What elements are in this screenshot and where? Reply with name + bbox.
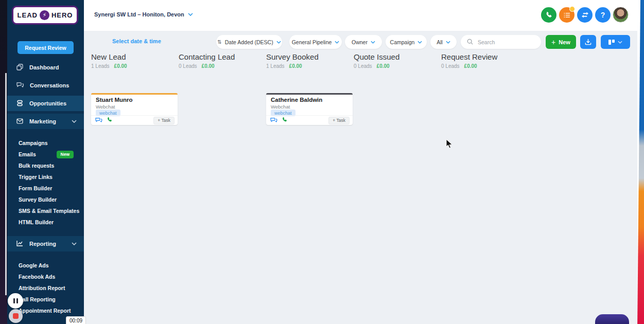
subitem-label: Bulk requests — [19, 163, 54, 169]
subitem-label: Form Builder — [19, 185, 52, 191]
pipeline-dropdown[interactable]: General Pipeline — [289, 35, 342, 49]
column-lead-count: 0 Leads — [441, 63, 460, 69]
user-avatar[interactable] — [613, 7, 629, 23]
column-lead-count: 0 Leads — [354, 63, 372, 69]
search-box — [461, 35, 541, 49]
chat-widget-button[interactable] — [595, 314, 629, 324]
new-badge: New — [57, 151, 74, 158]
question-mark-icon: ? — [601, 11, 605, 19]
board-view-dropdown[interactable] — [601, 35, 630, 49]
plus-icon: + — [551, 39, 555, 46]
sidebar-item-google-ads[interactable]: Google Ads — [7, 260, 84, 271]
download-icon — [585, 39, 591, 45]
recording-stop-button[interactable] — [9, 309, 23, 323]
marketing-icon — [16, 118, 23, 125]
sidebar-item-bulk-requests[interactable]: Bulk requests — [7, 160, 84, 171]
sidebar-item-label: Dashboard — [29, 64, 59, 70]
sidebar-item-campaigns[interactable]: Campaigns — [7, 137, 84, 149]
chat-icon[interactable] — [270, 116, 277, 125]
transfer-button[interactable] — [577, 7, 593, 23]
column-title: Request Review — [441, 52, 528, 61]
sidebar-item-emails[interactable]: Emails New — [7, 149, 84, 160]
pipeline-column-new-lead: New Lead 1 Leads£0.00 Stuart Munro Webch… — [91, 52, 178, 69]
topbar: Synergi SW Ltd – Honiton, Devon ? — [84, 0, 637, 31]
search-input[interactable] — [477, 39, 535, 46]
sidebar: LEAD ⚡ HERO Request Review Dashboard Con… — [7, 0, 84, 324]
sidebar-item-conversations[interactable]: Conversations — [7, 78, 84, 93]
column-value: £0.00 — [377, 63, 390, 69]
owner-label: Owner — [352, 39, 368, 45]
sidebar-item-trigger-links[interactable]: Trigger Links — [7, 171, 84, 183]
column-title: Quote Issued — [354, 52, 440, 61]
sidebar-item-form-builder[interactable]: Form Builder — [7, 183, 84, 194]
dashboard-icon — [16, 64, 23, 71]
content-area: Select date & time ⇅ Date Added (DESC) G… — [84, 31, 637, 324]
sidebar-item-facebook-ads[interactable]: Facebook Ads — [7, 271, 84, 282]
sidebar-item-opportunities[interactable]: Opportunities — [7, 96, 84, 111]
subitem-label: Google Ads — [19, 262, 49, 268]
sidebar-item-marketing[interactable]: Marketing — [7, 114, 84, 129]
chevron-down-icon — [72, 242, 77, 245]
lightning-bolt-icon: ⚡ — [40, 10, 49, 20]
owner-dropdown[interactable]: Owner — [345, 35, 382, 49]
notification-dot — [569, 6, 575, 12]
subitem-label: HTML Builder — [19, 219, 54, 225]
sidebar-item-sms-email-templates[interactable]: SMS & Email Templates — [7, 205, 84, 217]
card-accent-bar — [91, 93, 178, 95]
status-dropdown[interactable]: All — [430, 35, 457, 49]
column-title: New Lead — [91, 52, 178, 61]
pipeline-column-contacting-lead: Contacting Lead 0 Leads£0.00 — [179, 52, 265, 69]
leadhero-logo: LEAD ⚡ HERO — [12, 6, 78, 25]
subitem-label: Call Reporting — [19, 296, 56, 302]
sidebar-item-html-builder[interactable]: HTML Builder — [7, 217, 84, 228]
sort-dropdown[interactable]: ⇅ Date Added (DESC) — [216, 35, 282, 49]
chevron-down-icon — [188, 13, 193, 16]
select-date-time-link[interactable]: Select date & time — [112, 38, 161, 44]
sidebar-item-label: Reporting — [29, 241, 56, 247]
add-task-button[interactable]: + Task — [328, 117, 350, 124]
phone-button[interactable] — [541, 7, 556, 23]
campaign-dropdown[interactable]: Campaign — [386, 35, 427, 49]
recording-pause-button[interactable] — [8, 293, 23, 309]
subitem-label: Emails — [19, 151, 36, 157]
app-window: LEAD ⚡ HERO Request Review Dashboard Con… — [7, 0, 637, 324]
opportunity-card-catherine-baldwin[interactable]: Catherine Baldwin Webchat webchat + Task — [266, 93, 353, 125]
opportunity-card-stuart-munro[interactable]: Stuart Munro Webchat webchat + Task — [91, 93, 178, 125]
card-contact-name: Catherine Baldwin — [271, 97, 322, 103]
sidebar-item-attribution-report[interactable]: Attribution Report — [7, 282, 84, 294]
chevron-down-icon — [417, 41, 422, 44]
opportunities-icon — [16, 100, 23, 107]
column-lead-count: 0 Leads — [179, 63, 197, 69]
call-icon[interactable] — [107, 116, 113, 125]
window-edge-line — [5, 73, 7, 295]
chat-icon[interactable] — [95, 116, 102, 125]
new-opportunity-button[interactable]: + New — [546, 35, 576, 49]
sidebar-item-dashboard[interactable]: Dashboard — [7, 60, 84, 75]
sidebar-item-reporting[interactable]: Reporting — [7, 236, 84, 251]
company-name: Synergi SW Ltd – Honiton, Devon — [94, 11, 184, 17]
request-review-button[interactable]: Request Review — [18, 41, 74, 54]
column-lead-count: 1 Leads — [91, 63, 110, 69]
kanban-board-icon — [608, 40, 615, 45]
column-value: £0.00 — [289, 63, 302, 69]
search-icon — [467, 38, 473, 47]
pipeline-column-quote-issued: Quote Issued 0 Leads£0.00 — [354, 52, 440, 69]
sidebar-item-label: Conversations — [30, 82, 69, 88]
add-task-button[interactable]: + Task — [153, 117, 175, 124]
card-accent-bar — [266, 93, 353, 95]
desktop-wallpaper-stripe — [637, 0, 644, 324]
card-source: Webchat — [271, 104, 290, 110]
new-button-label: New — [559, 39, 570, 45]
call-icon[interactable] — [282, 116, 288, 125]
sidebar-item-survey-builder[interactable]: Survey Builder — [7, 194, 84, 205]
chevron-down-icon — [618, 41, 622, 44]
column-lead-count: 1 Leads — [266, 63, 285, 69]
company-selector[interactable]: Synergi SW Ltd – Honiton, Devon — [94, 11, 193, 17]
chevron-down-icon — [72, 120, 77, 123]
status-label: All — [437, 39, 443, 45]
import-button[interactable] — [580, 35, 596, 49]
checklist-button[interactable] — [559, 7, 575, 23]
column-value: £0.00 — [114, 63, 127, 69]
help-button[interactable]: ? — [595, 7, 611, 23]
pipeline-label: General Pipeline — [292, 39, 332, 45]
